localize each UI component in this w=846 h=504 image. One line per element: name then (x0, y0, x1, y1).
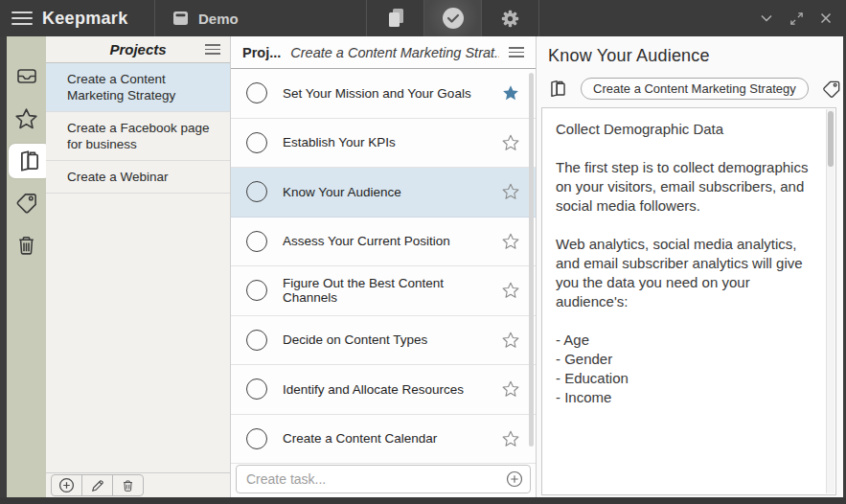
star-icon[interactable] (501, 429, 520, 448)
body-list-item: - Gender (556, 350, 811, 369)
tasks-header: Proj... Create a Content Marketing Strat… (231, 36, 536, 69)
star-icon[interactable] (501, 331, 520, 350)
star-icon[interactable] (501, 133, 520, 152)
body-paragraph: Web analytics, social media analytics, a… (556, 235, 811, 311)
task-row[interactable]: Create a Content Calendar (231, 415, 536, 465)
project-chip[interactable]: Create a Content Marketing Strategy (581, 78, 809, 100)
project-item[interactable]: Create a Facebook page for business (46, 112, 230, 161)
create-task-row (236, 465, 531, 493)
add-project-button[interactable] (51, 474, 82, 496)
body-list-item: - Education (556, 369, 811, 388)
task-row[interactable]: Figure Out the Best Content Channels (231, 266, 536, 316)
projects-header: Projects (46, 36, 230, 63)
projects-panel-title: Projects (71, 41, 205, 57)
tasks-view-button[interactable] (424, 0, 482, 36)
circle-checkbox[interactable] (246, 231, 267, 252)
inbox-icon (14, 65, 39, 88)
tasks-header-prefix: Proj... (242, 45, 281, 60)
projects-panel: Projects Create a Content Marketing Stra… (46, 36, 231, 497)
task-description-text: Collect Demographic Data The first step … (556, 120, 811, 407)
sidebar-item-tags[interactable] (9, 186, 45, 220)
star-icon[interactable] (501, 379, 520, 399)
description-scrollbar[interactable] (826, 109, 835, 493)
task-label: Assess Your Current Position (283, 234, 486, 248)
projects-footer-toolbar (46, 472, 230, 497)
detail-panel: Know Your Audience Create a Content Mark… (537, 36, 843, 497)
task-row[interactable]: Know Your Audience (231, 168, 536, 218)
task-row[interactable]: Decide on Content Types (231, 316, 536, 366)
task-row[interactable]: Assess Your Current Position (231, 218, 536, 267)
sidebar-item-trash[interactable] (9, 228, 45, 263)
circle-checkbox[interactable] (246, 132, 267, 153)
menu-icon[interactable] (11, 11, 33, 25)
task-row[interactable]: Set Your Mission and Your Goals (231, 69, 536, 119)
create-task-input[interactable] (236, 465, 531, 493)
projects-menu-icon[interactable] (205, 44, 220, 55)
app-window: Keepmark Demo (0, 0, 846, 504)
task-detail-title: Know Your Audience (548, 46, 843, 66)
window-frame-left (0, 36, 7, 497)
task-label: Figure Out the Best Content Channels (283, 276, 486, 305)
fullscreen-icon[interactable] (789, 11, 804, 26)
chevron-down-icon[interactable] (759, 11, 774, 25)
sidebar-item-favorites[interactable] (9, 102, 45, 136)
body-list-item: - Income (556, 388, 811, 407)
project-item-label: Create a Webinar (67, 170, 169, 184)
window-frame-bottom (0, 497, 846, 504)
close-icon[interactable] (819, 11, 833, 25)
star-icon[interactable] (501, 232, 520, 251)
circle-checkbox[interactable] (246, 330, 267, 351)
sidebar-item-inbox[interactable] (9, 59, 45, 94)
titlebar-left: Keepmark (0, 0, 155, 36)
project-item-label: Create a Content Marketing Strategy (67, 72, 175, 103)
circle-checkbox[interactable] (246, 428, 267, 449)
project-item-label: Create a Facebook page for business (67, 121, 210, 151)
tab-demo[interactable]: Demo (155, 0, 367, 36)
edit-project-button[interactable] (81, 474, 113, 496)
project-item[interactable]: Create a Webinar (46, 161, 230, 194)
sidebar-item-projects[interactable] (9, 144, 51, 178)
circle-checkbox[interactable] (246, 82, 267, 103)
tag-icon[interactable] (821, 79, 842, 100)
task-description-box[interactable]: Collect Demographic Data The first step … (541, 107, 836, 495)
star-icon (13, 106, 39, 131)
star-icon[interactable] (501, 83, 520, 103)
settings-button[interactable] (482, 0, 539, 36)
task-row[interactable]: Establish Your KPIs (231, 119, 536, 169)
star-icon[interactable] (501, 281, 520, 300)
tasks-menu-icon[interactable] (509, 47, 524, 57)
archive-box-icon (172, 11, 189, 26)
task-label: Identify and Allocate Resources (283, 382, 486, 397)
pages-copy-button[interactable] (367, 0, 424, 36)
edit-pencil-icon (90, 478, 105, 493)
titlebar-spacer (539, 0, 759, 36)
task-label: Establish Your KPIs (283, 135, 486, 149)
detail-meta-row: Create a Content Marketing Strategy (548, 78, 843, 100)
task-label: Know Your Audience (283, 185, 486, 199)
tag-icon (14, 191, 39, 216)
body-list-item: - Age (556, 331, 811, 350)
projects-books-icon (548, 79, 568, 99)
body-heading: Collect Demographic Data (556, 120, 811, 139)
trash-icon (14, 233, 38, 258)
circle-checkbox[interactable] (246, 378, 267, 400)
pages-copy-icon (385, 7, 406, 30)
tasks-scrollbar[interactable] (529, 73, 534, 447)
star-icon[interactable] (501, 182, 520, 201)
icon-sidebar (7, 36, 46, 497)
task-row[interactable]: Identify and Allocate Resources (231, 365, 536, 415)
project-item[interactable]: Create a Content Marketing Strategy (46, 63, 230, 112)
circle-checkbox[interactable] (246, 181, 267, 202)
add-circle-icon[interactable] (506, 470, 523, 488)
add-circle-icon (58, 477, 75, 493)
task-label: Create a Content Calendar (283, 431, 486, 446)
delete-project-button[interactable] (112, 474, 144, 496)
gear-icon (500, 9, 520, 29)
projects-books-icon (17, 149, 42, 173)
body-paragraph: The first step is to collect demographic… (556, 158, 811, 216)
tasks-check-icon (441, 6, 466, 31)
circle-checkbox[interactable] (246, 280, 267, 301)
delete-trash-icon (121, 478, 135, 493)
window-controls (759, 0, 846, 36)
scrollbar-thumb[interactable] (828, 111, 834, 167)
